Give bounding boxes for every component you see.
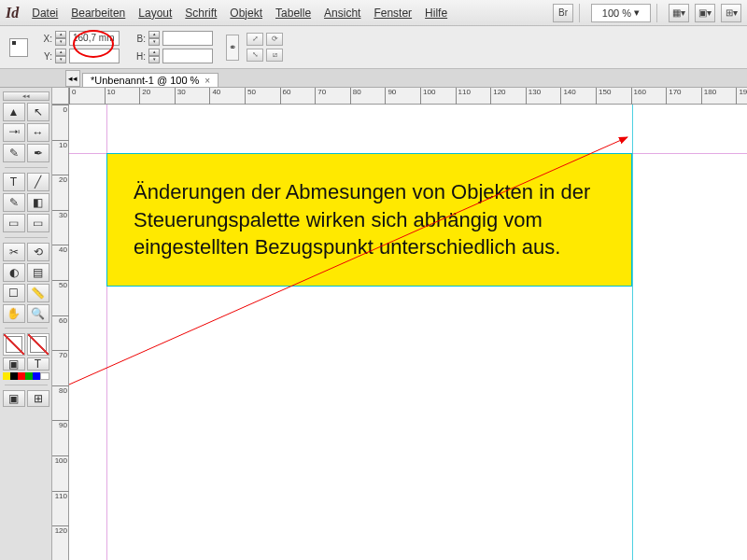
x-stepper[interactable]: ▴▾ [55, 31, 66, 46]
tab-scroll-prev[interactable]: ◂◂ [65, 70, 80, 87]
formatting-container-icon[interactable]: ▣ [3, 357, 25, 371]
text-frame[interactable]: Änderungen der Abmesungen von Objekten i… [106, 153, 632, 287]
w-label: B: [133, 34, 146, 44]
gradient-feather-tool[interactable]: ▤ [27, 263, 49, 282]
w-field[interactable] [162, 31, 213, 46]
x-field[interactable]: 160,7 mm [69, 31, 120, 46]
screen-mode-button[interactable]: ▣▾ [695, 4, 715, 22]
document-tab[interactable]: *Unbenannt-1 @ 100 % × [82, 73, 218, 87]
rectangle-frame-tool[interactable]: ▭ [3, 214, 25, 232]
scissors-tool[interactable]: ✂ [3, 243, 25, 261]
h-stepper[interactable]: ▴▾ [148, 49, 160, 63]
menu-ansicht[interactable]: Ansicht [324, 7, 360, 20]
preview-mode[interactable]: ⊞ [27, 390, 49, 407]
x-label: X: [39, 34, 52, 44]
transform-icon-group: ⤢ ⟳ ⤡ ⧄ [247, 33, 289, 62]
scale-x-icon[interactable]: ⤢ [247, 33, 263, 46]
separator [579, 4, 580, 22]
content-placer-tool[interactable]: ✒ [27, 144, 49, 162]
pencil-tool[interactable]: ◧ [27, 193, 49, 212]
view-options-button[interactable]: ▦▾ [669, 4, 689, 22]
toolbox-collapse[interactable]: ◂◂ [3, 91, 49, 101]
menu-bearbeiten[interactable]: Bearbeiten [71, 7, 125, 20]
menu-datei[interactable]: Datei [32, 7, 58, 20]
horizontal-ruler[interactable]: 0102030405060708090100110120130140150160… [69, 88, 747, 105]
formatting-text-icon[interactable]: T [27, 357, 49, 371]
bridge-button[interactable]: Br [553, 4, 573, 22]
ruler-origin[interactable] [52, 88, 69, 105]
free-transform-tool[interactable]: ⟲ [27, 243, 49, 261]
y-label: Y: [39, 51, 52, 62]
y-field[interactable] [69, 49, 120, 63]
y-stepper[interactable]: ▴▾ [55, 49, 66, 63]
menu-tabelle[interactable]: Tabelle [275, 7, 311, 20]
document-canvas[interactable]: 0102030405060708090100110120130140150160… [52, 88, 747, 560]
constrain-proportions-icon[interactable]: ⚭ [226, 35, 239, 61]
gradient-swatch-tool[interactable]: ◐ [3, 263, 25, 282]
vertical-ruler[interactable]: 0102030405060708090100110120130 [52, 105, 69, 560]
rectangle-tool[interactable]: ▭ [27, 214, 49, 232]
arrange-documents-button[interactable]: ⊞▾ [721, 4, 741, 22]
hand-tool[interactable]: ✋ [3, 304, 25, 323]
content-collector-tool[interactable]: ✎ [3, 144, 25, 162]
type-tool[interactable]: T [3, 173, 25, 191]
reference-point-proxy[interactable] [9, 38, 28, 57]
scale-y-icon[interactable]: ⤡ [247, 49, 263, 62]
menu-fenster[interactable]: Fenster [374, 7, 412, 20]
rotate-icon[interactable]: ⟳ [266, 33, 283, 46]
app-logo: Id [6, 5, 19, 21]
document-tab-title: *Unbenannt-1 @ 100 % [91, 75, 199, 86]
zoom-level-select[interactable]: 100 % ▾ [591, 4, 651, 22]
pen-tool[interactable]: ✎ [3, 193, 25, 212]
zoom-tool[interactable]: 🔍 [27, 304, 49, 323]
page-area[interactable]: Änderungen der Abmesungen von Objekten i… [69, 105, 747, 560]
stroke-swatch[interactable] [27, 333, 49, 356]
fill-swatch[interactable] [3, 333, 25, 356]
text-frame-content: Änderungen der Abmesungen von Objekten i… [134, 180, 590, 259]
menu-objekt[interactable]: Objekt [230, 7, 262, 20]
separator [656, 4, 657, 22]
menu-bar: Id Datei Bearbeiten Layout Schrift Objek… [0, 0, 747, 26]
column-guide[interactable] [632, 105, 633, 560]
menu-hilfe[interactable]: Hilfe [425, 7, 447, 20]
menu-layout[interactable]: Layout [138, 7, 172, 20]
menu-schrift[interactable]: Schrift [185, 7, 217, 20]
note-tool[interactable]: ☐ [3, 284, 25, 302]
h-label: H: [133, 51, 146, 62]
selection-tool[interactable]: ▲ [3, 103, 25, 121]
normal-view-mode[interactable]: ▣ [3, 390, 25, 407]
w-stepper[interactable]: ▴▾ [148, 31, 160, 46]
page-tool[interactable]: ⭲ [3, 123, 25, 142]
tools-panel: ◂◂ ▲↖ ⭲↔ ✎✒ T╱ ✎◧ ▭▭ ✂⟲ ◐▤ ☐📏 ✋🔍 ▣T ▣ ⊞ [0, 88, 52, 560]
document-tab-strip: ◂◂ *Unbenannt-1 @ 100 % × [0, 69, 747, 88]
h-field[interactable] [162, 49, 213, 63]
direct-selection-tool[interactable]: ↖ [27, 103, 49, 121]
default-color-chips[interactable] [3, 372, 49, 380]
gap-tool[interactable]: ↔ [27, 123, 49, 142]
measure-tool[interactable]: 📏 [27, 284, 49, 302]
close-tab-icon[interactable]: × [204, 76, 210, 86]
shear-icon[interactable]: ⧄ [266, 49, 283, 62]
control-panel: X: ▴▾ 160,7 mm Y: ▴▾ B: ▴▾ H: ▴▾ ⚭ ⤢ ⟳ ⤡… [0, 26, 747, 69]
line-tool[interactable]: ╱ [27, 173, 49, 191]
